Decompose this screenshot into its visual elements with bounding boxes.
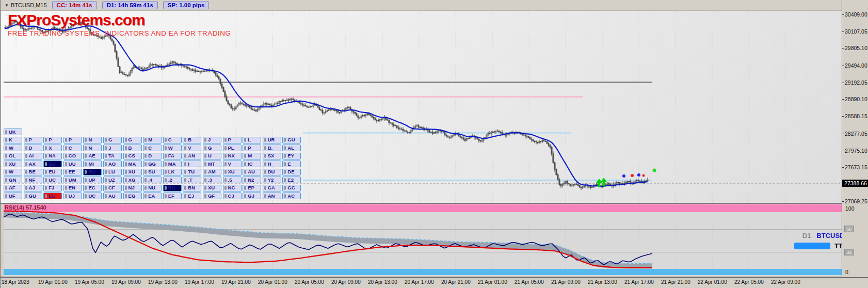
pair-button[interactable]: AX	[24, 161, 42, 167]
pair-button[interactable]: I	[183, 161, 201, 167]
pair-button[interactable]: D	[143, 153, 162, 159]
pair-button[interactable]: AE	[83, 153, 102, 159]
pair-button[interactable]: MA	[163, 161, 182, 167]
pair-button[interactable]: G	[103, 137, 122, 143]
pair-button[interactable]: G	[123, 137, 142, 143]
pair-button[interactable]: EE	[63, 169, 82, 175]
pair-button[interactable]: NX	[223, 153, 242, 159]
pair-button[interactable]: LK	[163, 169, 182, 175]
pair-button[interactable]: EA	[143, 193, 162, 199]
pair-button[interactable]: AN	[263, 193, 281, 199]
pair-button[interactable]: OL	[4, 153, 22, 159]
pair-button[interactable]: UC	[83, 193, 102, 199]
pair-button[interactable]: XU	[4, 161, 22, 167]
pair-button[interactable]: GU	[282, 137, 301, 143]
pair-button[interactable]: AM	[203, 169, 221, 175]
pair-button[interactable]: L	[243, 137, 261, 143]
pair-button[interactable]: NC	[223, 185, 242, 191]
pair-button[interactable]: UM	[63, 177, 82, 183]
pair-button[interactable]: D	[24, 145, 42, 151]
pair-button[interactable]: UP	[83, 177, 102, 183]
price-axis[interactable]: 27388.66 30409.0030107.0529805.1029494.0…	[842, 0, 868, 277]
pair-button[interactable]: CS	[123, 153, 142, 159]
pair-button[interactable]: .4	[143, 177, 162, 183]
pair-button[interactable]: AO	[103, 161, 122, 167]
pair-button[interactable]: GA	[263, 185, 281, 191]
pair-button[interactable]: N	[83, 145, 102, 151]
pair-button[interactable]: H	[263, 161, 281, 167]
pair-button[interactable]: SU	[143, 169, 162, 175]
pair-button[interactable]: XU	[123, 169, 142, 175]
pair-button[interactable]: EU	[43, 193, 62, 199]
pair-button[interactable]: U	[203, 153, 221, 159]
pair-button[interactable]: LU	[103, 169, 122, 175]
pair-button[interactable]: B	[183, 137, 201, 143]
pair-button[interactable]: G	[203, 145, 221, 151]
pair-button[interactable]: UF	[4, 193, 22, 199]
pair-button[interactable]: .5	[223, 177, 242, 183]
pair-button[interactable]: EJ	[183, 193, 201, 199]
pair-button[interactable]: CJ	[223, 193, 242, 199]
pair-button[interactable]: W	[4, 169, 22, 175]
pair-button[interactable]: CF	[103, 185, 122, 191]
pair-button[interactable]: UC	[43, 177, 62, 183]
pair-button[interactable]: PL	[223, 145, 242, 151]
pair-button[interactable]: N	[83, 137, 102, 143]
pair-button[interactable]: EN	[63, 185, 82, 191]
pair-button[interactable]: UK	[4, 129, 22, 135]
pair-button[interactable]: C	[163, 137, 182, 143]
pair-button[interactable]: EG	[123, 193, 142, 199]
pair-button[interactable]: EF	[163, 193, 182, 199]
pair-button[interactable]: EU	[43, 169, 62, 175]
pair-button[interactable]: N2	[243, 177, 261, 183]
pair-button[interactable]: GJ	[243, 193, 261, 199]
pair-button[interactable]: P	[43, 137, 62, 143]
pair-button[interactable]: AC	[282, 193, 301, 199]
pair-button[interactable]: XU	[223, 169, 242, 175]
pair-button[interactable]: V	[223, 161, 242, 167]
pair-button[interactable]: AJ	[24, 185, 42, 191]
pair-button[interactable]: DE	[282, 169, 301, 175]
pair-button[interactable]: P	[243, 145, 261, 151]
pair-button[interactable]: SX	[263, 153, 281, 159]
pair-button[interactable]: BN	[183, 185, 201, 191]
pair-button[interactable]: V	[183, 145, 201, 151]
symbol-selector[interactable]: ▼ BTCUSD,M15	[5, 2, 47, 8]
pair-button[interactable]: BE	[24, 169, 42, 175]
pair-button[interactable]: UZ	[103, 177, 122, 183]
pair-button[interactable]: BU	[163, 185, 182, 191]
pair-button[interactable]: BU	[83, 169, 102, 175]
pair-button[interactable]: UR	[263, 137, 281, 143]
pair-button[interactable]: AI	[24, 153, 42, 159]
pair-button[interactable]: UU	[63, 161, 82, 167]
pair-button[interactable]: K	[4, 137, 22, 143]
pair-button[interactable]: GF	[203, 193, 221, 199]
pair-button[interactable]: FJ	[43, 185, 62, 191]
pair-button[interactable]: NF	[24, 177, 42, 183]
pair-button[interactable]: J	[203, 137, 221, 143]
pair-button[interactable]: GG	[143, 161, 162, 167]
pair-button[interactable]: Y2	[263, 177, 281, 183]
pair-button[interactable]: TU	[183, 169, 201, 175]
time-axis[interactable]: 18 Apr 202319 Apr 01:0019 Apr 05:0019 Ap…	[1, 277, 868, 288]
pair-button[interactable]: MA	[123, 161, 142, 167]
pair-button[interactable]: C	[63, 145, 82, 151]
pair-button[interactable]: EC	[83, 185, 102, 191]
pair-button[interactable]: NJ	[123, 185, 142, 191]
pair-button[interactable]: FA	[163, 153, 182, 159]
pair-button[interactable]: XG	[123, 177, 142, 183]
pair-button[interactable]: AF	[4, 185, 22, 191]
pair-button[interactable]: X	[43, 145, 62, 151]
pair-button[interactable]: GC	[282, 185, 301, 191]
pair-button[interactable]: AN	[183, 153, 201, 159]
pair-button[interactable]: XU	[203, 185, 221, 191]
pair-button[interactable]: EY	[282, 153, 301, 159]
chevron-down-icon[interactable]: ▼	[5, 3, 9, 8]
pair-button[interactable]: M	[243, 153, 261, 159]
pair-button[interactable]: B	[123, 145, 142, 151]
pair-button[interactable]: MT	[203, 161, 221, 167]
pair-button[interactable]: MI	[83, 161, 102, 167]
pair-button[interactable]: TA	[103, 153, 122, 159]
pair-button[interactable]: GN	[4, 177, 22, 183]
pair-button[interactable]: M	[143, 137, 162, 143]
